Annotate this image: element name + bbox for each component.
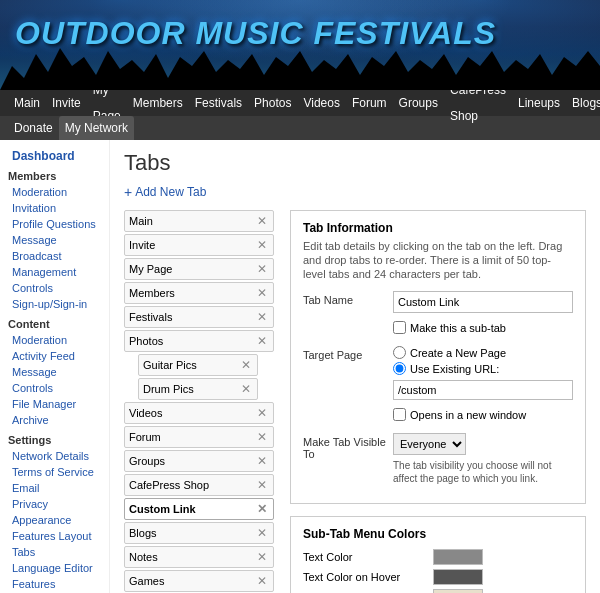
main-nav-item-members[interactable]: Members	[127, 90, 189, 116]
tab-item-photos[interactable]: Photos ✕	[124, 330, 274, 352]
tab-item-games[interactable]: Games ✕	[124, 570, 274, 592]
sidebar-link-message-broadcast[interactable]: Message Broadcast	[8, 232, 101, 264]
sidebar-link-signup-signin[interactable]: Sign-up/Sign-in	[8, 296, 101, 312]
main-content: Tabs + Add New Tab Main ✕ Invite ✕ My Pa…	[110, 140, 600, 593]
tab-close-forum[interactable]: ✕	[255, 430, 269, 444]
tab-item-forum[interactable]: Forum ✕	[124, 426, 274, 448]
tab-close-notes[interactable]: ✕	[255, 550, 269, 564]
sidebar-link-profile-questions[interactable]: Profile Questions	[8, 216, 101, 232]
tab-close-guitar-pics[interactable]: ✕	[239, 358, 253, 372]
tab-item-cafepress[interactable]: CafePress Shop ✕	[124, 474, 274, 496]
sidebar-link-moderation-members[interactable]: Moderation	[8, 184, 101, 200]
make-sub-tab-label: Make this a sub-tab	[410, 322, 506, 334]
tab-item-mypage[interactable]: My Page ✕	[124, 258, 274, 280]
main-nav-item-invite[interactable]: Invite	[46, 90, 87, 116]
page-body: Dashboard Members Moderation Invitation …	[0, 140, 600, 593]
sidebar-link-features[interactable]: Features	[8, 576, 101, 592]
tab-close-custom-link[interactable]: ✕	[255, 502, 269, 516]
sub-tab-label-spacer	[303, 321, 393, 324]
url-input[interactable]	[393, 380, 573, 400]
visibility-label: Make Tab Visible To	[303, 433, 393, 460]
visibility-note: The tab visibility you choose will not a…	[393, 459, 573, 485]
main-nav-item-videos[interactable]: Videos	[297, 90, 345, 116]
tab-close-blogs[interactable]: ✕	[255, 526, 269, 540]
tab-close-drum-pics[interactable]: ✕	[239, 382, 253, 396]
main-nav-item-photos[interactable]: Photos	[248, 90, 297, 116]
sidebar-link-email[interactable]: Email	[8, 480, 101, 496]
main-nav-item-lineups[interactable]: Lineups	[512, 90, 566, 116]
tab-close-games[interactable]: ✕	[255, 574, 269, 588]
tab-close-main[interactable]: ✕	[255, 214, 269, 228]
main-nav-item-forum[interactable]: Forum	[346, 90, 393, 116]
sidebar-link-tabs[interactable]: Tabs	[8, 544, 101, 560]
radio-use-existing: Use Existing URL:	[393, 362, 573, 375]
main-nav-item-blogs[interactable]: Blogs	[566, 90, 600, 116]
sub-tab-colors-box: Sub-Tab Menu Colors Text Color Text Colo…	[290, 516, 586, 593]
add-new-tab-label: Add New Tab	[135, 185, 206, 199]
color-swatch-text[interactable]	[433, 549, 483, 565]
main-nav-item-festivals[interactable]: Festivals	[189, 90, 248, 116]
visibility-control: Everyone Members No one The tab visibili…	[393, 433, 573, 485]
radio-create-new-input[interactable]	[393, 346, 406, 359]
tab-item-invite[interactable]: Invite ✕	[124, 234, 274, 256]
sub-nav-item-donate[interactable]: Donate	[8, 116, 59, 140]
make-sub-tab-checkbox[interactable]	[393, 321, 406, 334]
tab-item-members[interactable]: Members ✕	[124, 282, 274, 304]
tab-close-videos[interactable]: ✕	[255, 406, 269, 420]
sidebar-link-file-manager[interactable]: File Manager	[8, 396, 101, 412]
sidebar-link-features-layout[interactable]: Features Layout	[8, 528, 101, 544]
plus-icon: +	[124, 184, 132, 200]
opens-new-window-checkbox[interactable]	[393, 408, 406, 421]
tab-list: Main ✕ Invite ✕ My Page ✕ Members ✕ Fest…	[124, 210, 274, 593]
add-new-tab-link[interactable]: + Add New Tab	[124, 184, 206, 200]
opens-new-window-row: Opens in a new window	[393, 408, 573, 421]
tab-close-members[interactable]: ✕	[255, 286, 269, 300]
sidebar-dashboard[interactable]: Dashboard	[8, 148, 101, 164]
color-label-text-hover: Text Color on Hover	[303, 571, 433, 583]
tab-close-festivals[interactable]: ✕	[255, 310, 269, 324]
tab-close-cafepress[interactable]: ✕	[255, 478, 269, 492]
main-nav-item-groups[interactable]: Groups	[393, 90, 444, 116]
radio-use-existing-input[interactable]	[393, 362, 406, 375]
tab-item-custom-link[interactable]: Custom Link ✕	[124, 498, 274, 520]
tab-close-mypage[interactable]: ✕	[255, 262, 269, 276]
sidebar-link-controls-content[interactable]: Controls	[8, 380, 101, 396]
tab-item-main[interactable]: Main ✕	[124, 210, 274, 232]
sidebar-link-invitation[interactable]: Invitation	[8, 200, 101, 216]
sidebar-link-controls-members[interactable]: Controls	[8, 280, 101, 296]
color-swatch-bg[interactable]	[433, 589, 483, 593]
sidebar-link-language-editor[interactable]: Language Editor	[8, 560, 101, 576]
main-nav-item-main[interactable]: Main	[8, 90, 46, 116]
tab-close-groups[interactable]: ✕	[255, 454, 269, 468]
sidebar-link-archive[interactable]: Archive	[8, 412, 101, 428]
tab-item-guitar-pics[interactable]: Guitar Pics ✕	[138, 354, 258, 376]
visibility-select[interactable]: Everyone Members No one	[393, 433, 466, 455]
sidebar-link-terms-of-service[interactable]: Terms of Service	[8, 464, 101, 480]
sidebar-link-management[interactable]: Management	[8, 264, 101, 280]
tab-item-blogs[interactable]: Blogs ✕	[124, 522, 274, 544]
tab-close-photos[interactable]: ✕	[255, 334, 269, 348]
color-swatch-text-hover[interactable]	[433, 569, 483, 585]
header-banner: OUTDOOR MUSIC FESTIVALS	[0, 0, 600, 90]
make-sub-tab-row: Make this a sub-tab	[393, 321, 573, 334]
sidebar-link-network-details[interactable]: Network Details	[8, 448, 101, 464]
content-columns: Main ✕ Invite ✕ My Page ✕ Members ✕ Fest…	[124, 210, 586, 593]
tab-item-festivals[interactable]: Festivals ✕	[124, 306, 274, 328]
use-existing-url-label: Use Existing URL:	[410, 363, 499, 375]
tab-item-notes[interactable]: Notes ✕	[124, 546, 274, 568]
tab-name-input[interactable]	[393, 291, 573, 313]
visibility-row: Everyone Members No one	[393, 433, 573, 455]
sidebar-link-appearance[interactable]: Appearance	[8, 512, 101, 528]
sub-nav-item-my-network[interactable]: My Network	[59, 116, 134, 140]
tab-item-videos[interactable]: Videos ✕	[124, 402, 274, 424]
tab-item-drum-pics[interactable]: Drum Pics ✕	[138, 378, 258, 400]
tab-item-groups[interactable]: Groups ✕	[124, 450, 274, 472]
form-row-sub-tab: Make this a sub-tab	[303, 321, 573, 338]
tab-close-invite[interactable]: ✕	[255, 238, 269, 252]
sidebar-link-moderation-content[interactable]: Moderation	[8, 332, 101, 348]
sidebar-link-privacy[interactable]: Privacy	[8, 496, 101, 512]
new-window-spacer	[303, 408, 393, 411]
tab-info-description: Edit tab details by clicking on the tab …	[303, 239, 573, 281]
color-label-text: Text Color	[303, 551, 433, 563]
sidebar-link-activity-feed[interactable]: Activity Feed Message	[8, 348, 101, 380]
